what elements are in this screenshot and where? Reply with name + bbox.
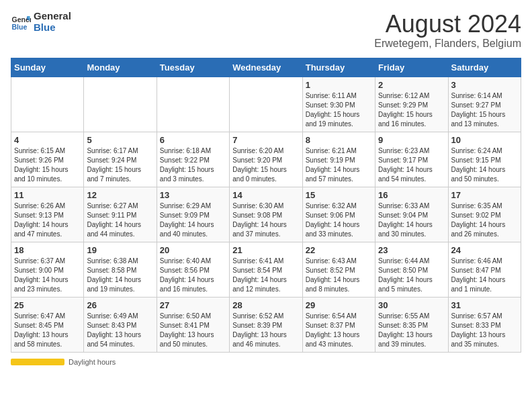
calendar-cell (230, 77, 302, 132)
day-info: Sunrise: 6:41 AM Sunset: 8:54 PM Dayligh… (232, 257, 299, 294)
day-info: Sunrise: 6:20 AM Sunset: 9:20 PM Dayligh… (232, 146, 299, 184)
logo-text-blue: Blue (34, 22, 71, 34)
calendar-header-day: Sunday (11, 58, 84, 77)
calendar-cell: 9Sunrise: 6:23 AM Sunset: 9:17 PM Daylig… (375, 132, 448, 187)
day-info: Sunrise: 6:47 AM Sunset: 8:45 PM Dayligh… (14, 312, 81, 349)
calendar-header-row: SundayMondayTuesdayWednesdayThursdayFrid… (11, 58, 521, 77)
day-info: Sunrise: 6:21 AM Sunset: 9:19 PM Dayligh… (306, 146, 372, 184)
calendar-header-day: Thursday (302, 58, 375, 77)
calendar-cell: 5Sunrise: 6:17 AM Sunset: 9:24 PM Daylig… (84, 132, 157, 187)
day-number: 24 (451, 245, 518, 255)
footer: Daylight hours (11, 358, 521, 366)
day-number: 13 (160, 190, 226, 200)
calendar-header-day: Wednesday (230, 58, 302, 77)
day-number: 12 (87, 190, 153, 200)
daylight-bar-icon (11, 359, 64, 365)
day-info: Sunrise: 6:27 AM Sunset: 9:11 PM Dayligh… (87, 201, 153, 239)
calendar-cell: 4Sunrise: 6:15 AM Sunset: 9:26 PM Daylig… (11, 132, 84, 187)
day-number: 8 (306, 135, 372, 145)
day-info: Sunrise: 6:46 AM Sunset: 8:47 PM Dayligh… (451, 257, 518, 294)
calendar-cell: 15Sunrise: 6:32 AM Sunset: 9:06 PM Dayli… (302, 187, 375, 242)
page-header: General Blue General Blue August 2024 Er… (11, 11, 521, 50)
day-info: Sunrise: 6:32 AM Sunset: 9:06 PM Dayligh… (306, 201, 372, 239)
calendar-cell: 12Sunrise: 6:27 AM Sunset: 9:11 PM Dayli… (84, 187, 157, 242)
calendar-cell: 23Sunrise: 6:44 AM Sunset: 8:50 PM Dayli… (375, 242, 448, 297)
page-title: August 2024 (374, 11, 521, 38)
calendar-cell: 31Sunrise: 6:57 AM Sunset: 8:33 PM Dayli… (448, 297, 521, 352)
day-info: Sunrise: 6:26 AM Sunset: 9:13 PM Dayligh… (14, 201, 81, 239)
day-number: 2 (378, 80, 445, 90)
calendar-cell (84, 77, 157, 132)
calendar-cell (11, 77, 84, 132)
calendar-cell: 2Sunrise: 6:12 AM Sunset: 9:29 PM Daylig… (375, 77, 448, 132)
day-number: 31 (451, 300, 518, 310)
page-subtitle: Erwetegem, Flanders, Belgium (374, 38, 521, 50)
day-info: Sunrise: 6:57 AM Sunset: 8:33 PM Dayligh… (451, 312, 518, 349)
calendar-cell: 22Sunrise: 6:43 AM Sunset: 8:52 PM Dayli… (302, 242, 375, 297)
calendar-week-row: 25Sunrise: 6:47 AM Sunset: 8:45 PM Dayli… (11, 297, 521, 352)
calendar-cell: 19Sunrise: 6:38 AM Sunset: 8:58 PM Dayli… (84, 242, 157, 297)
day-info: Sunrise: 6:24 AM Sunset: 9:15 PM Dayligh… (451, 146, 518, 184)
day-info: Sunrise: 6:55 AM Sunset: 8:35 PM Dayligh… (378, 312, 445, 349)
day-info: Sunrise: 6:40 AM Sunset: 8:56 PM Dayligh… (160, 257, 226, 294)
day-number: 23 (378, 245, 445, 255)
day-info: Sunrise: 6:52 AM Sunset: 8:39 PM Dayligh… (232, 312, 299, 349)
calendar-header-day: Tuesday (157, 58, 229, 77)
calendar-cell: 26Sunrise: 6:49 AM Sunset: 8:43 PM Dayli… (84, 297, 157, 352)
calendar-cell (157, 77, 229, 132)
title-section: August 2024 Erwetegem, Flanders, Belgium (374, 11, 521, 50)
logo-icon: General Blue (11, 12, 31, 32)
calendar-cell: 14Sunrise: 6:30 AM Sunset: 9:08 PM Dayli… (230, 187, 302, 242)
day-number: 14 (232, 190, 299, 200)
day-info: Sunrise: 6:54 AM Sunset: 8:37 PM Dayligh… (306, 312, 372, 349)
day-info: Sunrise: 6:29 AM Sunset: 9:09 PM Dayligh… (160, 201, 226, 239)
calendar-cell: 11Sunrise: 6:26 AM Sunset: 9:13 PM Dayli… (11, 187, 84, 242)
day-number: 20 (160, 245, 226, 255)
day-number: 19 (87, 245, 153, 255)
day-info: Sunrise: 6:50 AM Sunset: 8:41 PM Dayligh… (160, 312, 226, 349)
day-number: 7 (232, 135, 299, 145)
day-info: Sunrise: 6:15 AM Sunset: 9:26 PM Dayligh… (14, 146, 81, 184)
day-number: 10 (451, 135, 518, 145)
calendar-cell: 16Sunrise: 6:33 AM Sunset: 9:04 PM Dayli… (375, 187, 448, 242)
calendar-cell: 27Sunrise: 6:50 AM Sunset: 8:41 PM Dayli… (157, 297, 229, 352)
logo: General Blue General Blue (11, 11, 71, 33)
day-info: Sunrise: 6:14 AM Sunset: 9:27 PM Dayligh… (451, 91, 518, 129)
calendar-cell: 29Sunrise: 6:54 AM Sunset: 8:37 PM Dayli… (302, 297, 375, 352)
day-info: Sunrise: 6:30 AM Sunset: 9:08 PM Dayligh… (232, 201, 299, 239)
day-number: 6 (160, 135, 226, 145)
day-number: 9 (378, 135, 445, 145)
day-number: 17 (451, 190, 518, 200)
day-number: 27 (160, 300, 226, 310)
calendar-cell: 17Sunrise: 6:35 AM Sunset: 9:02 PM Dayli… (448, 187, 521, 242)
calendar-cell: 20Sunrise: 6:40 AM Sunset: 8:56 PM Dayli… (157, 242, 229, 297)
calendar-cell: 13Sunrise: 6:29 AM Sunset: 9:09 PM Dayli… (157, 187, 229, 242)
day-number: 16 (378, 190, 445, 200)
calendar-cell: 6Sunrise: 6:18 AM Sunset: 9:22 PM Daylig… (157, 132, 229, 187)
logo-text-general: General (34, 11, 71, 22)
day-info: Sunrise: 6:23 AM Sunset: 9:17 PM Dayligh… (378, 146, 445, 184)
calendar-cell: 8Sunrise: 6:21 AM Sunset: 9:19 PM Daylig… (302, 132, 375, 187)
calendar-cell: 25Sunrise: 6:47 AM Sunset: 8:45 PM Dayli… (11, 297, 84, 352)
day-number: 15 (306, 190, 372, 200)
calendar-cell: 1Sunrise: 6:11 AM Sunset: 9:30 PM Daylig… (302, 77, 375, 132)
calendar-week-row: 18Sunrise: 6:37 AM Sunset: 9:00 PM Dayli… (11, 242, 521, 297)
day-number: 11 (14, 190, 81, 200)
calendar-week-row: 1Sunrise: 6:11 AM Sunset: 9:30 PM Daylig… (11, 77, 521, 132)
day-info: Sunrise: 6:37 AM Sunset: 9:00 PM Dayligh… (14, 257, 81, 294)
calendar-week-row: 11Sunrise: 6:26 AM Sunset: 9:13 PM Dayli… (11, 187, 521, 242)
day-number: 29 (306, 300, 372, 310)
day-number: 5 (87, 135, 153, 145)
day-number: 18 (14, 245, 81, 255)
day-number: 25 (14, 300, 81, 310)
calendar-cell: 10Sunrise: 6:24 AM Sunset: 9:15 PM Dayli… (448, 132, 521, 187)
day-info: Sunrise: 6:49 AM Sunset: 8:43 PM Dayligh… (87, 312, 153, 349)
calendar-cell: 3Sunrise: 6:14 AM Sunset: 9:27 PM Daylig… (448, 77, 521, 132)
day-info: Sunrise: 6:35 AM Sunset: 9:02 PM Dayligh… (451, 201, 518, 239)
calendar-header-day: Friday (375, 58, 448, 77)
day-info: Sunrise: 6:11 AM Sunset: 9:30 PM Dayligh… (306, 91, 372, 129)
day-number: 28 (232, 300, 299, 310)
calendar-cell: 18Sunrise: 6:37 AM Sunset: 9:00 PM Dayli… (11, 242, 84, 297)
calendar-cell: 21Sunrise: 6:41 AM Sunset: 8:54 PM Dayli… (230, 242, 302, 297)
calendar-header-day: Saturday (448, 58, 521, 77)
